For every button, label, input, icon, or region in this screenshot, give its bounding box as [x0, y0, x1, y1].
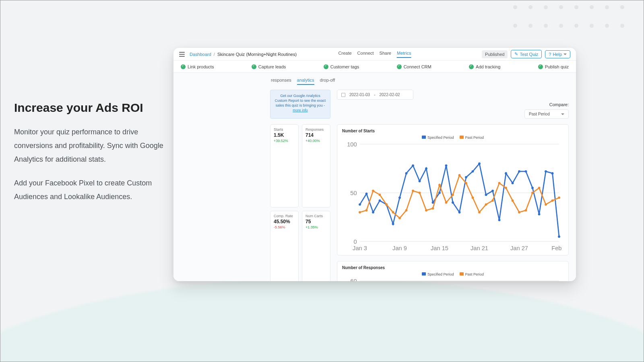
help-label: Help: [553, 52, 562, 57]
kpi-card: Num Carts75+1.35%: [302, 211, 330, 281]
chart-title: Number of Responses: [342, 265, 564, 270]
breadcrumb: Dashboard / Skincare Quiz (Morning+Night…: [190, 52, 297, 57]
svg-point-43: [359, 211, 361, 214]
svg-point-15: [379, 200, 381, 202]
svg-point-44: [365, 209, 368, 212]
svg-point-14: [372, 211, 374, 214]
svg-point-35: [512, 182, 514, 184]
svg-point-37: [525, 170, 527, 173]
kpi-delta: +39.52%: [274, 139, 295, 143]
svg-text:50: 50: [350, 190, 357, 196]
chart-card: Number of ResponsesSpecified PeriodPast …: [337, 261, 569, 281]
marketing-headline: Increase your Ads ROI: [14, 101, 167, 115]
svg-point-34: [505, 172, 507, 175]
svg-point-53: [425, 209, 427, 212]
svg-point-39: [538, 213, 541, 216]
compare-selected: Past Period: [529, 112, 550, 116]
step-link-products[interactable]: Link products: [188, 64, 214, 69]
svg-point-69: [531, 191, 534, 194]
ga-callout-text: Get our Google Analytics Custom Report t…: [275, 94, 326, 107]
svg-point-32: [491, 190, 494, 192]
nav-metrics[interactable]: Metrics: [397, 51, 411, 58]
kpi-card: Responses714+40.00%: [302, 124, 330, 208]
step-publish-quiz[interactable]: Publish quiz: [545, 64, 569, 69]
svg-point-71: [545, 203, 547, 206]
svg-point-56: [445, 202, 448, 204]
svg-point-72: [551, 200, 554, 202]
kpi-card: Comp. Rate45.50%-5.56%: [270, 211, 299, 281]
test-quiz-button[interactable]: ✎ Test Quiz: [511, 50, 542, 58]
date-end: 2022-02-02: [380, 93, 400, 97]
svg-point-21: [419, 180, 421, 182]
svg-text:Jan 21: Jan 21: [471, 245, 488, 251]
svg-point-19: [405, 172, 408, 175]
chart-svg: 050100Jan 3Jan 9Jan 15Jan 21Jan 27Feb 2: [342, 141, 564, 252]
breadcrumb-root[interactable]: Dashboard: [190, 52, 211, 57]
chart-legend: Specified PeriodPast Period: [342, 272, 564, 276]
step-customer-tags[interactable]: Customer tags: [330, 64, 359, 69]
svg-point-64: [498, 182, 501, 184]
ga-more-info-link[interactable]: more info: [293, 108, 308, 112]
step-connect-crm[interactable]: Connect CRM: [404, 64, 431, 69]
check-icon: [397, 64, 402, 69]
chart-svg: 0204060Jan 3Jan 9Jan 15Jan 21Jan 27Feb 2: [342, 278, 564, 281]
svg-point-28: [465, 176, 467, 179]
date-range-picker[interactable]: 2022-01-03 - 2022-02-02: [337, 90, 413, 100]
check-icon: [252, 64, 256, 69]
svg-point-24: [438, 191, 441, 194]
kpi-card: Starts1.5K+39.52%: [270, 124, 299, 208]
breadcrumb-current: Skincare Quiz (Morning+Night Routines): [217, 52, 297, 57]
svg-point-22: [425, 167, 427, 170]
check-icon: [469, 64, 474, 69]
subtab-responses[interactable]: responses: [271, 78, 291, 85]
kpi-label: Responses: [305, 128, 327, 132]
svg-point-23: [432, 202, 434, 204]
compare-select[interactable]: Past Period: [524, 109, 569, 119]
svg-point-62: [485, 203, 487, 206]
svg-point-26: [452, 202, 454, 204]
compare-label: Compare:: [549, 102, 569, 107]
help-icon: ?: [549, 52, 551, 57]
svg-point-55: [438, 184, 441, 186]
svg-point-33: [498, 219, 501, 221]
svg-point-51: [412, 190, 414, 192]
svg-point-73: [558, 197, 560, 199]
svg-point-42: [558, 235, 560, 238]
ga-callout: Get our Google Analytics Custom Report t…: [270, 90, 330, 119]
nav-share[interactable]: Share: [380, 51, 391, 58]
menu-icon[interactable]: [179, 52, 185, 57]
check-icon: [538, 64, 543, 69]
decorative-dots: [513, 4, 636, 29]
step-capture-leads[interactable]: Capture leads: [258, 64, 286, 69]
step-add-tracking[interactable]: Add tracking: [476, 64, 500, 69]
svg-point-20: [412, 165, 414, 167]
svg-text:Jan 9: Jan 9: [392, 245, 407, 251]
svg-point-18: [398, 197, 401, 199]
kpi-delta: +40.00%: [305, 139, 327, 143]
edit-icon: ✎: [514, 51, 518, 57]
chevron-down-icon: [561, 113, 564, 115]
subtab-dropoff[interactable]: drop-off: [320, 78, 335, 85]
kpi-value: 714: [305, 132, 327, 138]
svg-point-48: [392, 211, 394, 214]
svg-point-49: [398, 217, 401, 219]
kpi-value: 75: [305, 219, 327, 224]
svg-text:60: 60: [350, 278, 357, 281]
svg-point-46: [379, 193, 381, 196]
calendar-icon: [341, 93, 345, 97]
help-button[interactable]: ? Help: [545, 50, 570, 58]
chart-legend: Specified PeriodPast Period: [342, 136, 564, 140]
marketing-paragraph-2: Add your Facebook Pixel to create Custom…: [14, 176, 167, 204]
kpi-value: 1.5K: [274, 132, 295, 138]
kpi-label: Comp. Rate: [274, 214, 295, 218]
svg-text:Jan 27: Jan 27: [510, 245, 528, 251]
date-start: 2022-01-03: [349, 93, 370, 97]
nav-create[interactable]: Create: [339, 51, 352, 58]
status-badge: Published: [482, 50, 508, 58]
svg-point-61: [478, 211, 481, 214]
nav-connect[interactable]: Connect: [357, 51, 374, 58]
subtab-analytics[interactable]: analytics: [297, 78, 314, 85]
svg-point-63: [491, 200, 494, 202]
marketing-paragraph-1: Monitor your quiz performance to drive c…: [14, 125, 167, 167]
svg-point-67: [518, 211, 520, 214]
